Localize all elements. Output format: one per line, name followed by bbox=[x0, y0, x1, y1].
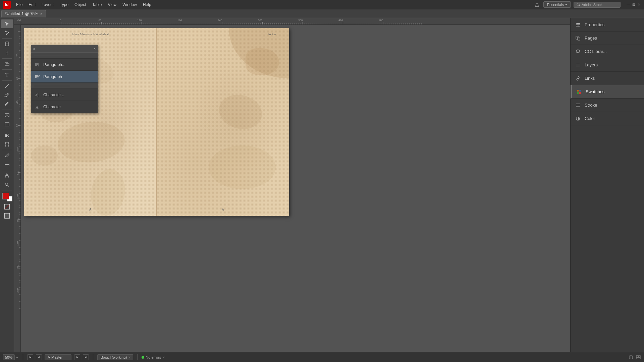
restore-button[interactable]: ⊡ bbox=[631, 2, 636, 7]
layers-label: Layers bbox=[585, 62, 598, 67]
rectangle-frame-tool[interactable] bbox=[1, 111, 13, 120]
line-tool[interactable] bbox=[1, 82, 13, 90]
line-icon bbox=[4, 83, 10, 89]
menu-layout[interactable]: Layout bbox=[39, 2, 56, 8]
nav-prev-page[interactable] bbox=[36, 354, 42, 360]
document-tab[interactable]: *Untitled-1 @ 75% × bbox=[1, 10, 46, 17]
page-tool[interactable] bbox=[1, 40, 13, 48]
nav-first-page[interactable] bbox=[27, 354, 33, 360]
pen-tool[interactable] bbox=[1, 91, 13, 100]
menu-window[interactable]: Window bbox=[120, 2, 140, 8]
stroke-icon bbox=[575, 102, 581, 109]
page-left-footer: A bbox=[89, 207, 91, 211]
share-button[interactable] bbox=[533, 1, 541, 8]
menu-file[interactable]: File bbox=[13, 2, 25, 8]
menu-edit[interactable]: Edit bbox=[26, 2, 38, 8]
gap-tool[interactable] bbox=[1, 49, 13, 57]
zoom-control[interactable]: 50% bbox=[3, 354, 19, 360]
pencil-tool[interactable] bbox=[1, 100, 13, 109]
panel-collapse-icon[interactable]: » bbox=[33, 47, 35, 51]
close-button[interactable]: ✕ bbox=[637, 2, 641, 7]
tool-separator-5 bbox=[2, 110, 12, 110]
eyedropper-tool[interactable] bbox=[1, 151, 13, 160]
zoom-tool[interactable] bbox=[1, 180, 13, 189]
page-indicator[interactable]: A-Master bbox=[45, 354, 71, 360]
main-layout: T bbox=[0, 18, 644, 352]
right-panel: Properties Pages CC Librar... bbox=[570, 18, 644, 352]
status-arrange-icon[interactable] bbox=[635, 354, 641, 360]
svg-point-27 bbox=[5, 183, 8, 186]
panel-item-paragraph[interactable]: Paragraph bbox=[31, 71, 98, 83]
pages-label: Pages bbox=[585, 36, 597, 41]
menu-table[interactable]: Table bbox=[90, 2, 105, 8]
status-preflight-icon[interactable] bbox=[628, 354, 634, 360]
tool-separator-9 bbox=[2, 190, 12, 190]
svg-rect-20 bbox=[5, 142, 6, 143]
svg-point-40 bbox=[577, 23, 578, 24]
panel-titlebar[interactable]: » × bbox=[31, 45, 98, 53]
nav-next-page[interactable] bbox=[74, 354, 80, 360]
right-panel-cc-libraries[interactable]: CC Librar... bbox=[571, 45, 644, 58]
svg-line-9 bbox=[5, 84, 9, 88]
svg-rect-49 bbox=[579, 90, 581, 92]
status-right-icons bbox=[628, 354, 641, 360]
menu-type[interactable]: Type bbox=[57, 2, 71, 8]
menu-view[interactable]: View bbox=[105, 2, 119, 8]
svg-rect-47 bbox=[576, 66, 580, 66]
scissors-icon bbox=[4, 133, 10, 138]
menu-object[interactable]: Object bbox=[72, 2, 89, 8]
content-collector-icon bbox=[4, 61, 10, 67]
nav-last-page[interactable] bbox=[83, 354, 89, 360]
pencil-icon bbox=[4, 102, 10, 107]
tool-separator-8 bbox=[2, 170, 12, 170]
zoom-value[interactable]: 50% bbox=[3, 354, 15, 360]
selection-tool[interactable] bbox=[1, 19, 13, 28]
fill-color[interactable] bbox=[2, 193, 9, 199]
panel-item-paragraph-styles[interactable]: Paragraph... bbox=[31, 59, 98, 71]
paragraph-styles-icon bbox=[34, 61, 41, 68]
content-collector-tool[interactable] bbox=[1, 60, 13, 68]
character-label: Character bbox=[43, 105, 61, 109]
working-set-label: [Basic] (working) bbox=[100, 355, 127, 359]
adobe-stock-search[interactable]: Adobe Stock bbox=[574, 2, 621, 8]
status-bar: 50% A-Master [Basic] (working) bbox=[0, 352, 644, 362]
svg-point-0 bbox=[577, 3, 579, 5]
right-panel-swatches[interactable]: Swatches bbox=[571, 85, 644, 99]
tool-separator-4 bbox=[2, 80, 12, 81]
panel-item-character-styles[interactable]: A Character ... bbox=[31, 89, 98, 101]
tab-close-button[interactable]: × bbox=[40, 12, 42, 16]
scissors-tool[interactable] bbox=[1, 131, 13, 140]
menu-help[interactable]: Help bbox=[140, 2, 154, 8]
hand-tool[interactable] bbox=[1, 171, 13, 180]
preview-mode-tool[interactable] bbox=[1, 212, 13, 220]
rectangle-tool[interactable] bbox=[1, 120, 13, 129]
panel-titlebar-left: » bbox=[33, 47, 35, 51]
character-icon: A bbox=[34, 104, 41, 110]
type-tool[interactable]: T bbox=[1, 71, 13, 79]
measure-tool[interactable] bbox=[1, 160, 13, 169]
swatches-icon bbox=[576, 88, 582, 95]
page-left-header: Alice's Adventures In Wonderland bbox=[72, 33, 109, 36]
right-panel-layers[interactable]: Layers bbox=[571, 58, 644, 72]
fill-stroke-colors[interactable] bbox=[2, 192, 12, 201]
minimize-button[interactable]: — bbox=[626, 2, 631, 7]
right-panel-stroke[interactable]: Stroke bbox=[571, 99, 644, 112]
canvas-area[interactable]: Alice's Adventures In Wonderland A Secti… bbox=[21, 25, 570, 352]
svg-rect-29 bbox=[35, 63, 38, 64]
right-panel-links[interactable]: Links bbox=[571, 72, 644, 85]
free-transform-tool[interactable] bbox=[1, 140, 13, 149]
menu-right-controls: Essentials ▾ Adobe Stock — ⊡ ✕ bbox=[533, 1, 641, 8]
right-panel-properties[interactable]: Properties bbox=[571, 18, 644, 32]
svg-rect-8 bbox=[6, 63, 9, 66]
panel-item-character[interactable]: A Character bbox=[31, 101, 98, 113]
right-panel-color[interactable]: Color bbox=[571, 112, 644, 125]
direct-selection-tool[interactable] bbox=[1, 28, 13, 37]
right-panel-pages[interactable]: Pages bbox=[571, 32, 644, 45]
essentials-button[interactable]: Essentials ▾ bbox=[543, 1, 571, 8]
svg-rect-33 bbox=[35, 76, 38, 77]
working-set-dropdown[interactable]: [Basic] (working) bbox=[97, 354, 133, 360]
pen-icon bbox=[4, 93, 10, 98]
apply-none-tool[interactable] bbox=[1, 202, 13, 211]
svg-rect-54 bbox=[576, 106, 580, 107]
panel-close-icon[interactable]: × bbox=[94, 47, 96, 51]
